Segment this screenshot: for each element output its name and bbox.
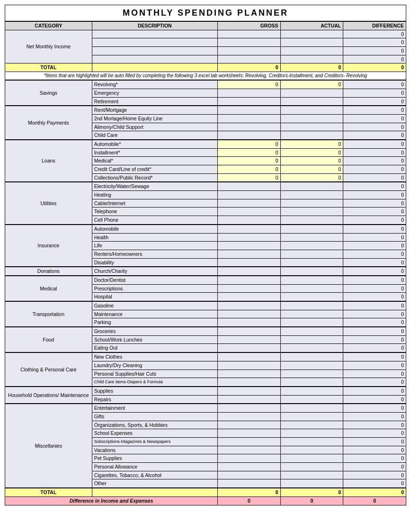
- income-desc-3[interactable]: [92, 47, 217, 55]
- row-gross[interactable]: [217, 327, 280, 336]
- row-gross[interactable]: [217, 353, 280, 361]
- row-actual[interactable]: [280, 421, 343, 429]
- row-actual[interactable]: [280, 276, 343, 284]
- row-gross[interactable]: [217, 131, 280, 140]
- income-desc-4[interactable]: [92, 55, 217, 63]
- row-gross[interactable]: [217, 412, 280, 421]
- row-actual[interactable]: [280, 327, 343, 336]
- row-gross[interactable]: [217, 479, 280, 488]
- row-gross[interactable]: [217, 114, 280, 123]
- row-gross[interactable]: [217, 242, 280, 250]
- row-gross[interactable]: [217, 378, 280, 387]
- row-gross[interactable]: [217, 404, 280, 413]
- row-actual[interactable]: [280, 454, 343, 463]
- row-gross[interactable]: 0: [217, 140, 280, 148]
- row-gross[interactable]: 0: [217, 81, 280, 89]
- row-gross[interactable]: [217, 97, 280, 106]
- row-gross[interactable]: [217, 318, 280, 327]
- row-actual[interactable]: [280, 242, 343, 250]
- row-actual[interactable]: [280, 233, 343, 242]
- row-gross[interactable]: [217, 233, 280, 242]
- row-actual[interactable]: [280, 335, 343, 344]
- row-actual[interactable]: [280, 404, 343, 413]
- row-gross[interactable]: [217, 438, 280, 446]
- row-gross[interactable]: [217, 89, 280, 97]
- row-gross[interactable]: [217, 387, 280, 395]
- row-actual[interactable]: [280, 302, 343, 310]
- row-gross[interactable]: [217, 207, 280, 216]
- row-actual[interactable]: [280, 412, 343, 421]
- row-gross[interactable]: [217, 250, 280, 258]
- row-gross[interactable]: [217, 370, 280, 378]
- row-actual[interactable]: [280, 267, 343, 276]
- row-actual[interactable]: [280, 378, 343, 387]
- row-gross[interactable]: [217, 191, 280, 199]
- income-gross-1[interactable]: [217, 30, 280, 38]
- row-gross[interactable]: [217, 216, 280, 225]
- row-actual[interactable]: [280, 438, 343, 446]
- row-gross[interactable]: [217, 284, 280, 293]
- row-actual[interactable]: [280, 395, 343, 404]
- row-actual[interactable]: [280, 318, 343, 327]
- row-actual[interactable]: [280, 361, 343, 370]
- income-gross-3[interactable]: [217, 47, 280, 55]
- row-gross[interactable]: [217, 395, 280, 404]
- row-actual[interactable]: [280, 225, 343, 233]
- row-gross[interactable]: [217, 182, 280, 191]
- income-actual-2[interactable]: [280, 38, 343, 47]
- row-actual[interactable]: [280, 370, 343, 378]
- row-actual[interactable]: [280, 387, 343, 395]
- row-actual[interactable]: [280, 429, 343, 438]
- row-actual[interactable]: [280, 258, 343, 267]
- row-actual[interactable]: [280, 191, 343, 199]
- income-actual-1[interactable]: [280, 30, 343, 38]
- row-actual[interactable]: [280, 463, 343, 471]
- row-actual[interactable]: 0: [280, 140, 343, 148]
- row-gross[interactable]: [217, 446, 280, 454]
- income-actual-3[interactable]: [280, 47, 343, 55]
- row-actual[interactable]: [280, 123, 343, 131]
- row-actual[interactable]: [280, 216, 343, 225]
- row-gross[interactable]: [217, 199, 280, 207]
- row-actual[interactable]: [280, 199, 343, 207]
- row-gross[interactable]: 0: [217, 173, 280, 182]
- row-gross[interactable]: [217, 454, 280, 463]
- row-actual[interactable]: [280, 114, 343, 123]
- row-actual[interactable]: [280, 97, 343, 106]
- income-gross-2[interactable]: [217, 38, 280, 47]
- row-actual[interactable]: [280, 207, 343, 216]
- row-actual[interactable]: 0: [280, 157, 343, 165]
- income-gross-4[interactable]: [217, 55, 280, 63]
- row-gross[interactable]: [217, 276, 280, 284]
- row-gross[interactable]: [217, 123, 280, 131]
- row-actual[interactable]: [280, 250, 343, 258]
- row-gross[interactable]: [217, 344, 280, 352]
- row-gross[interactable]: [217, 267, 280, 276]
- row-gross[interactable]: [217, 421, 280, 429]
- row-actual[interactable]: 0: [280, 165, 343, 174]
- row-actual[interactable]: [280, 344, 343, 352]
- row-actual[interactable]: [280, 89, 343, 97]
- income-actual-4[interactable]: [280, 55, 343, 63]
- row-gross[interactable]: [217, 258, 280, 267]
- row-actual[interactable]: [280, 293, 343, 301]
- row-actual[interactable]: [280, 106, 343, 115]
- row-actual[interactable]: [280, 471, 343, 479]
- row-gross[interactable]: [217, 225, 280, 233]
- row-actual[interactable]: [280, 446, 343, 454]
- row-gross[interactable]: 0: [217, 148, 280, 157]
- row-gross[interactable]: [217, 310, 280, 318]
- row-actual[interactable]: 0: [280, 148, 343, 157]
- income-desc-1[interactable]: [92, 30, 217, 38]
- row-gross[interactable]: [217, 335, 280, 344]
- row-gross[interactable]: [217, 463, 280, 471]
- row-actual[interactable]: 0: [280, 81, 343, 89]
- row-actual[interactable]: 0: [280, 173, 343, 182]
- row-gross[interactable]: [217, 429, 280, 438]
- row-actual[interactable]: [280, 353, 343, 361]
- row-gross[interactable]: 0: [217, 157, 280, 165]
- row-gross[interactable]: 0: [217, 165, 280, 174]
- row-gross[interactable]: [217, 361, 280, 370]
- row-actual[interactable]: [280, 310, 343, 318]
- row-actual[interactable]: [280, 131, 343, 140]
